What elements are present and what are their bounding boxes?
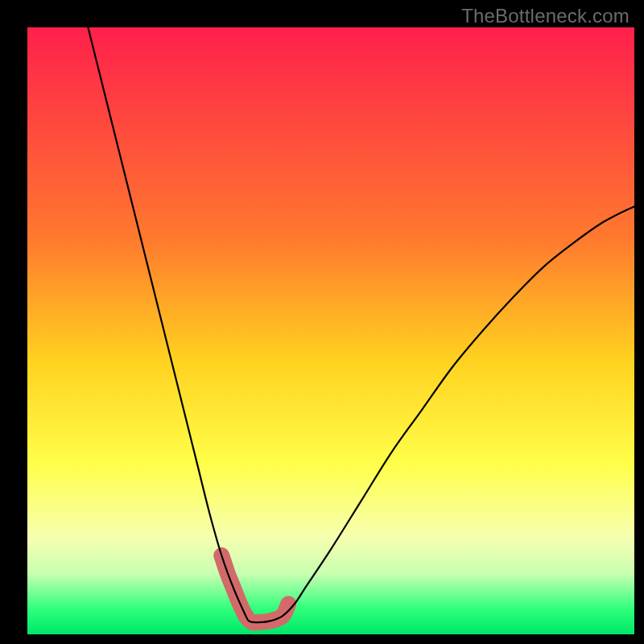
attribution-text: TheBottleneck.com: [461, 5, 630, 27]
bottleneck-chart: [0, 0, 644, 644]
plot-background: [27, 27, 634, 634]
chart-frame: TheBottleneck.com: [0, 0, 644, 644]
